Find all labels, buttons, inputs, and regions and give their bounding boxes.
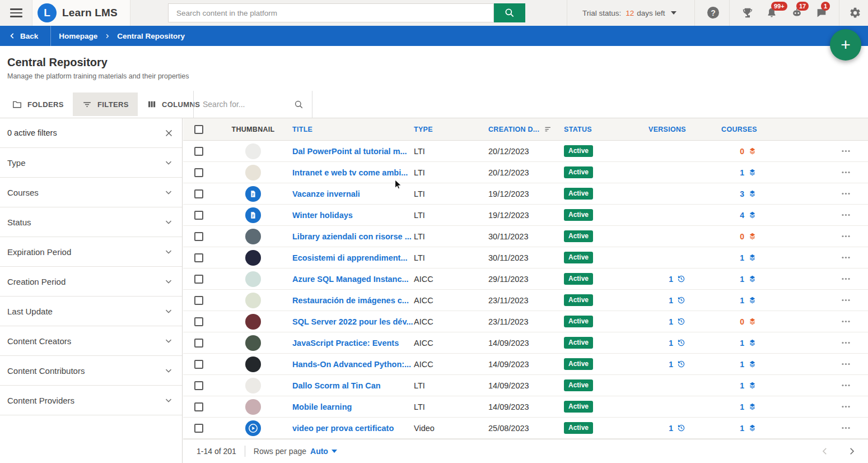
row-menu-button[interactable]	[841, 401, 868, 412]
content-title-link[interactable]: Dallo Scorm al Tin Can	[292, 381, 413, 390]
content-title-link[interactable]: Mobile learning	[292, 402, 413, 411]
row-menu-button[interactable]	[841, 231, 868, 242]
row-checkbox[interactable]	[194, 253, 203, 262]
notifications-button[interactable]: 99+	[766, 7, 778, 19]
content-title-link[interactable]: Winter holidays	[292, 211, 413, 220]
row-checkbox[interactable]	[194, 381, 203, 390]
row-checkbox[interactable]	[194, 189, 203, 198]
filter-section-row[interactable]: Courses	[0, 178, 182, 207]
courses-cell[interactable]: 0	[693, 232, 763, 241]
app-logo[interactable]: L Learn LMS	[32, 0, 130, 26]
breadcrumb-homepage[interactable]: Homepage	[59, 32, 97, 40]
courses-cell[interactable]: 1	[693, 402, 763, 411]
versions-cell[interactable]: 1	[648, 423, 693, 433]
content-title-link[interactable]: Dal PowerPoint al tutorial m...	[292, 147, 413, 156]
row-menu-button[interactable]	[841, 146, 868, 156]
filter-section-row[interactable]: Status	[0, 207, 182, 237]
content-title-link[interactable]: video per prova certificato	[292, 424, 413, 433]
row-menu-button[interactable]	[841, 337, 868, 348]
row-checkbox[interactable]	[194, 232, 203, 241]
column-header-status[interactable]: STATUS	[561, 126, 648, 133]
gamification-button[interactable]	[741, 7, 754, 19]
column-header-courses[interactable]: COURSES	[693, 126, 763, 133]
table-search-input[interactable]	[203, 100, 293, 109]
courses-cell[interactable]: 1	[693, 295, 763, 305]
content-title-link[interactable]: Azure SQL Managed Instanc...	[292, 275, 413, 284]
column-header-title[interactable]: TITLE	[292, 126, 413, 133]
row-menu-button[interactable]	[841, 188, 868, 199]
add-content-button[interactable]: +	[830, 29, 861, 61]
row-menu-button[interactable]	[841, 274, 868, 284]
content-title-link[interactable]: JavaScript Practice: Events	[292, 339, 413, 348]
content-title-link[interactable]: Library aziendali con risorse ...	[292, 232, 413, 241]
row-checkbox[interactable]	[194, 296, 203, 305]
courses-cell[interactable]: 1	[693, 381, 763, 390]
filters-button[interactable]: FILTERS	[73, 92, 138, 116]
versions-cell[interactable]: 1	[648, 317, 693, 326]
row-checkbox[interactable]	[194, 168, 203, 177]
row-checkbox[interactable]	[194, 147, 203, 156]
column-header-versions[interactable]: VERSIONS	[648, 126, 693, 133]
global-search-button[interactable]	[494, 3, 525, 22]
content-title-link[interactable]: Ecosistemi di apprendiment...	[292, 253, 413, 262]
courses-cell[interactable]: 1	[693, 338, 763, 348]
courses-cell[interactable]: 1	[693, 423, 763, 433]
column-header-creation-date[interactable]: CREATION D...	[486, 125, 561, 133]
content-title-link[interactable]: Intranet e web tv come ambi...	[292, 168, 413, 177]
prev-page-button[interactable]	[820, 446, 830, 456]
row-checkbox[interactable]	[194, 360, 203, 369]
row-menu-button[interactable]	[841, 359, 868, 369]
breadcrumb-central-repository[interactable]: Central Repository	[117, 32, 185, 40]
filter-section-row[interactable]: Content Creators	[0, 326, 182, 356]
next-page-button[interactable]	[847, 446, 857, 456]
messages-button[interactable]: 1	[815, 7, 828, 19]
row-menu-button[interactable]	[841, 167, 868, 178]
row-menu-button[interactable]	[841, 295, 868, 305]
assistant-button[interactable]: 17	[791, 7, 803, 19]
back-button[interactable]: Back	[0, 26, 50, 46]
versions-cell[interactable]: 1	[648, 359, 693, 369]
trial-status-dropdown[interactable]: Trial status: 12 days left	[582, 0, 676, 26]
rows-per-page-dropdown[interactable]: Auto	[310, 447, 337, 456]
column-header-type[interactable]: TYPE	[413, 126, 486, 133]
row-checkbox[interactable]	[194, 339, 203, 348]
courses-cell[interactable]: 4	[693, 210, 763, 220]
courses-cell[interactable]: 1	[693, 359, 763, 369]
courses-cell[interactable]: 0	[693, 146, 763, 156]
row-checkbox[interactable]	[194, 424, 203, 433]
row-menu-button[interactable]	[841, 380, 868, 391]
content-title-link[interactable]: SQL Server 2022 pour les dév...	[292, 317, 413, 326]
select-all-checkbox[interactable]	[194, 125, 203, 134]
row-menu-button[interactable]	[841, 252, 868, 263]
courses-cell[interactable]: 1	[693, 168, 763, 177]
courses-cell[interactable]: 0	[693, 317, 763, 326]
filter-section-row[interactable]: Last Update	[0, 297, 182, 326]
row-checkbox[interactable]	[194, 317, 203, 326]
help-button[interactable]: ?	[707, 7, 720, 19]
settings-button[interactable]	[849, 7, 861, 19]
filter-section-row[interactable]: Type	[0, 148, 182, 178]
global-search-input[interactable]	[168, 3, 494, 22]
close-icon[interactable]	[164, 128, 174, 138]
versions-cell[interactable]: 1	[648, 274, 693, 284]
row-menu-button[interactable]	[841, 210, 868, 220]
filter-section-row[interactable]: Creation Period	[0, 267, 182, 297]
courses-cell[interactable]: 1	[693, 253, 763, 262]
row-menu-button[interactable]	[841, 316, 868, 327]
versions-cell[interactable]: 1	[648, 338, 693, 348]
search-icon[interactable]	[293, 99, 304, 110]
filter-section-row[interactable]: Content Providers	[0, 386, 182, 415]
content-title-link[interactable]: Vacanze invernali	[292, 189, 413, 198]
row-checkbox[interactable]	[194, 211, 203, 220]
content-title-link[interactable]: Hands-On Advanced Python:...	[292, 360, 413, 369]
folders-button[interactable]: FOLDERS	[3, 92, 73, 116]
courses-cell[interactable]: 1	[693, 274, 763, 284]
versions-cell[interactable]: 1	[648, 295, 693, 305]
content-title-link[interactable]: Restauración de imágenes c...	[292, 296, 413, 305]
courses-cell[interactable]: 3	[693, 189, 763, 198]
row-menu-button[interactable]	[841, 423, 868, 433]
row-checkbox[interactable]	[194, 402, 203, 411]
filter-section-row[interactable]: Content Contributors	[0, 356, 182, 386]
hamburger-icon[interactable]	[10, 8, 22, 17]
row-checkbox[interactable]	[194, 275, 203, 284]
